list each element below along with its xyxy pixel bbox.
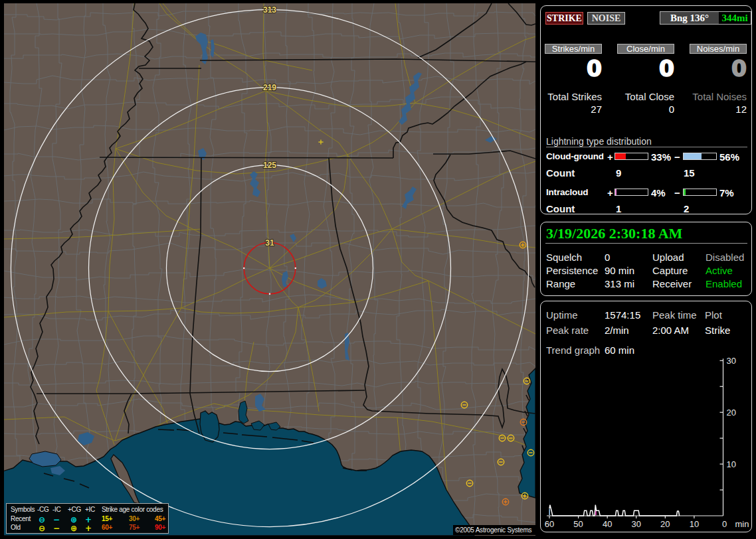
bearing-value: Bng 136° <box>660 12 719 24</box>
nexstorm-window: 31321912531 Symbols -CG -IC +CG +IC Stri… <box>0 0 756 539</box>
distribution-rule <box>546 147 747 147</box>
trend-window-value[interactable]: 60 min <box>605 345 634 356</box>
count-label: Count <box>546 167 575 179</box>
strikes-per-min-chip[interactable]: Strikes/min <box>545 44 602 54</box>
cg-plus-count: 9 <box>616 167 621 179</box>
close-per-min-chip[interactable]: Close/min <box>617 44 674 54</box>
cloud-ground-row: Cloud-ground + 33% − 56% <box>541 151 751 162</box>
peak-time-value: 2:00 AM <box>652 325 689 336</box>
legend-symbol: ⊖ <box>35 515 49 524</box>
svg-text:10: 10 <box>690 519 699 529</box>
strikes-column: Strikes/min 0 Total Strikes 27 <box>545 44 602 117</box>
squelch-label: Squelch <box>546 252 582 263</box>
svg-text:125: 125 <box>263 161 276 170</box>
svg-text:219: 219 <box>263 83 276 92</box>
ic-plus-pct: 4% <box>651 187 666 198</box>
clock-rule <box>545 243 747 244</box>
legend-age: 15+ <box>97 515 117 522</box>
total-noises-value: 12 <box>735 104 747 115</box>
svg-text:31: 31 <box>265 238 274 248</box>
svg-text:10: 10 <box>727 459 736 469</box>
legend-age: 30+ <box>124 515 144 522</box>
ic-plus-bar <box>614 189 648 196</box>
status-panel: 3/19/2026 2:30:18 AM Squelch 0 Upload Di… <box>540 222 752 296</box>
close-per-min-value: 0 <box>659 56 674 82</box>
noise-button[interactable]: NOISE <box>587 12 625 25</box>
plot-value: Strike <box>705 325 730 336</box>
cloud-ground-label: Cloud-ground <box>546 151 604 161</box>
count-label: Count <box>546 203 575 214</box>
legend-header-pcg: +CG <box>68 506 81 513</box>
svg-text:40: 40 <box>603 519 612 529</box>
uptime-label: Uptime <box>546 309 578 321</box>
legend-symbol: ⊖ <box>35 524 49 533</box>
total-close-label: Total Close <box>625 91 674 102</box>
ic-minus-pct: 7% <box>719 187 734 198</box>
peak-rate-value: 2/min <box>605 325 629 336</box>
intracloud-row: Intracloud + 4% − 7% <box>541 187 751 198</box>
capture-value: Active <box>706 265 733 276</box>
lightning-map[interactable]: 31321912531 Symbols -CG -IC +CG +IC Stri… <box>4 3 535 536</box>
minus-sign: − <box>674 187 680 198</box>
peak-time-label: Peak time <box>652 309 697 321</box>
svg-text:30: 30 <box>727 356 736 366</box>
svg-text:min: min <box>735 519 749 529</box>
persistence-value: 90 min <box>605 265 634 276</box>
intracloud-count-row: Count 1 2 <box>541 203 751 214</box>
svg-text:30: 30 <box>632 519 641 529</box>
total-strikes-label: Total Strikes <box>547 91 602 102</box>
strike-stats-panel: STRIKE NOISE Bng 136° 344mi Strikes/min … <box>540 5 752 214</box>
legend-symbol: + <box>81 515 96 524</box>
plus-sign: + <box>607 151 613 163</box>
intracloud-label: Intracloud <box>546 187 588 197</box>
cg-plus-pct: 33% <box>651 151 671 163</box>
range-value: 313 mi <box>605 278 634 289</box>
bearing-range-indicator: Bng 136° 344mi <box>660 11 751 25</box>
svg-text:20: 20 <box>727 408 736 418</box>
legend-age-title: Strike age color codes <box>102 506 163 513</box>
upload-value: Disabled <box>706 252 744 263</box>
clock: 3/19/2026 2:30:18 AM <box>546 225 682 242</box>
peak-rate-label: Peak rate <box>546 325 589 336</box>
symbol-legend: Symbols -CG -IC +CG +IC Strike age color… <box>6 503 169 534</box>
legend-symbol: − <box>49 515 64 524</box>
noises-per-min-value: 0 <box>731 56 747 82</box>
legend-age: 60+ <box>97 524 117 531</box>
cg-minus-pct: 56% <box>719 151 739 163</box>
cg-minus-count: 15 <box>684 167 695 179</box>
trend-panel: 1020306050403020100min Uptime 1574:15 Pe… <box>540 301 752 532</box>
trend-graph: 1020306050403020100min <box>541 301 751 532</box>
squelch-value: 0 <box>605 252 610 263</box>
noises-per-min-chip[interactable]: Noises/min <box>690 44 747 54</box>
upload-label: Upload <box>652 252 684 263</box>
plot-label: Plot <box>705 309 722 321</box>
legend-symbol: + <box>81 524 96 533</box>
range-label: Range <box>546 278 575 289</box>
ic-minus-count: 2 <box>684 203 689 214</box>
total-strikes-value: 27 <box>591 104 602 115</box>
ic-plus-count: 1 <box>616 203 621 214</box>
legend-symbol: ⊕ <box>66 515 81 524</box>
distribution-title: Lightning type distribution <box>546 136 652 147</box>
legend-symbol: ⊕ <box>66 524 81 533</box>
svg-text:313: 313 <box>263 5 276 15</box>
trend-graph-label: Trend graph <box>546 345 600 356</box>
receiver-value: Enabled <box>706 278 742 289</box>
svg-text:60: 60 <box>545 519 554 529</box>
legend-header-ncg: -CG <box>37 506 48 513</box>
close-column: Close/min 0 Total Close 0 <box>617 44 674 117</box>
svg-text:50: 50 <box>573 519 583 529</box>
minus-sign: − <box>674 151 680 163</box>
total-noises-label: Total Noises <box>692 91 747 102</box>
plus-sign: + <box>607 187 613 198</box>
capture-label: Capture <box>652 265 688 276</box>
noises-column: Noises/min 0 Total Noises 12 <box>690 44 747 117</box>
strike-button[interactable]: STRIKE <box>545 12 583 25</box>
copyright-bar: ©2005 Astrogenic Systems <box>453 525 535 535</box>
svg-text:20: 20 <box>660 519 670 529</box>
receiver-label: Receiver <box>652 278 692 289</box>
legend-row-label: Old <box>11 524 21 531</box>
persistence-label: Persistence <box>546 265 598 276</box>
legend-age: 75+ <box>124 524 144 531</box>
range-value: 344mi <box>719 12 751 24</box>
